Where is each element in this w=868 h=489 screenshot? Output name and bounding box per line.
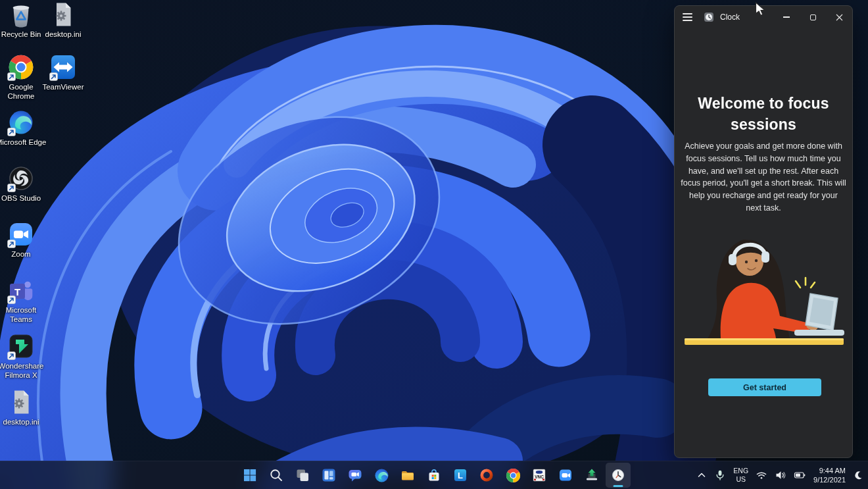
tray-wifi-button[interactable] [756, 469, 767, 481]
chevron-up-icon [696, 470, 707, 480]
desktop-icon-teamviewer[interactable]: TeamViewer [37, 54, 89, 92]
shortcut-arrow-icon [49, 72, 58, 81]
desktop-icon-label: Microsoft Edge [0, 138, 46, 147]
desktop-icon-label: Zoom [11, 250, 30, 259]
close-button[interactable] [826, 6, 852, 28]
task-view-icon [295, 467, 310, 483]
desktop-icon-desktop-ini-2[interactable]: desktop.ini [0, 389, 47, 427]
microsoft-store-icon [426, 467, 442, 483]
tray-chevron-button[interactable] [696, 470, 707, 480]
tray-time: 9:44 AM [819, 467, 846, 475]
shortcut-arrow-icon [7, 72, 16, 81]
tray-clock[interactable]: 9:44 AM 9/12/2021 [813, 466, 846, 485]
mouse-cursor [755, 2, 768, 16]
language-line1: ENG [733, 467, 748, 475]
taskbar-letsview[interactable] [579, 463, 604, 488]
vnc-icon: VNC [531, 467, 547, 483]
battery-icon [794, 469, 806, 481]
desktop-icon-zoom[interactable]: Zoom [0, 221, 47, 259]
volume-icon [775, 469, 786, 481]
chrome-icon [506, 468, 521, 483]
taskbar-chat[interactable] [343, 463, 368, 488]
recycle-bin-icon [8, 1, 34, 28]
taskbar-task-view[interactable] [290, 463, 315, 488]
desktop-icon-desktop-ini-1[interactable]: desktop.ini [37, 1, 89, 39]
shortcut-arrow-icon [7, 128, 16, 136]
desktop-icon-label: TeamViewer [42, 83, 84, 92]
menu-icon[interactable] [675, 6, 700, 28]
clock-window: Clock Welcome to focus sessions Achieve … [674, 5, 853, 458]
taskbar-zoom[interactable] [553, 463, 578, 488]
desktop-screen: Recycle Bin desktop.ini Google Chrome [0, 0, 868, 489]
office-icon [479, 467, 494, 483]
tray-volume-button[interactable] [775, 469, 786, 481]
minimize-button[interactable] [773, 6, 800, 28]
maximize-icon [810, 14, 816, 20]
minimize-icon [783, 16, 790, 17]
tray-focus-assist[interactable] [853, 470, 864, 481]
ini-file-icon [8, 389, 34, 415]
chat-icon [347, 467, 363, 483]
moon-icon [853, 470, 864, 481]
desktop-icon-microsoft-edge[interactable]: Microsoft Edge [0, 109, 47, 147]
taskbar-widgets[interactable] [316, 463, 341, 488]
shortcut-arrow-icon [7, 184, 16, 192]
taskbar-google-chrome[interactable] [500, 463, 525, 488]
close-icon [836, 14, 843, 21]
taskbar-microsoft-edge[interactable] [369, 463, 394, 488]
desktop-icon-label: OBS Studio [1, 194, 41, 203]
search-icon [268, 467, 284, 483]
active-indicator [614, 485, 623, 487]
edge-icon [374, 468, 389, 483]
taskbar-vnc-viewer[interactable]: VNC [527, 463, 552, 488]
focus-sessions-description: Achieve your goals and get more done wit… [681, 140, 846, 215]
desktop-icon-label: Microsoft Teams [0, 306, 47, 324]
focus-sessions-heading: Welcome to focus sessions [681, 93, 846, 135]
desktop-icon-microsoft-teams[interactable]: T Microsoft Teams [0, 277, 47, 324]
focus-illustration [681, 221, 847, 347]
widgets-icon [321, 467, 337, 483]
clock-app-icon [704, 12, 714, 22]
taskbar-file-explorer[interactable] [395, 463, 420, 488]
desktop-icon-filmora-x[interactable]: Wondershare Filmora X [0, 333, 47, 380]
zoom-icon [558, 467, 573, 483]
desktop-icon-label: desktop.ini [45, 30, 82, 39]
taskbar-search[interactable] [264, 463, 289, 488]
shortcut-arrow-icon [7, 240, 16, 248]
maximize-button[interactable] [800, 6, 826, 28]
get-started-button[interactable]: Get started [708, 378, 821, 396]
tray-microphone-button[interactable] [714, 469, 726, 481]
language-line2: US [736, 475, 746, 483]
taskbar-clock-active[interactable] [606, 463, 631, 488]
taskbar-microsoft-office[interactable] [474, 463, 499, 488]
desktop-icon-label: Recycle Bin [1, 30, 41, 39]
taskbar-microsoft-store[interactable] [422, 463, 446, 488]
svg-text:L: L [458, 471, 463, 480]
shortcut-arrow-icon [7, 351, 16, 360]
start-icon [242, 467, 258, 483]
window-title: Clock [720, 13, 740, 22]
svg-text:VNC: VNC [535, 475, 544, 479]
taskbar-ldplayer[interactable]: L [448, 463, 473, 488]
microphone-icon [714, 469, 726, 481]
desktop-icon-label: Wondershare Filmora X [0, 362, 47, 380]
tray-language-switcher[interactable]: ENG US [733, 467, 748, 483]
letsview-icon [584, 467, 600, 483]
system-tray: ENG US [696, 461, 864, 489]
shortcut-arrow-icon [7, 296, 16, 304]
clock-taskbar-icon [610, 467, 626, 483]
taskbar-start[interactable] [237, 463, 262, 488]
ini-file-icon [50, 1, 76, 28]
tray-date: 9/12/2021 [813, 476, 846, 484]
taskbar: L [0, 461, 868, 489]
desktop-icon-obs-studio[interactable]: OBS Studio [0, 165, 47, 203]
ldplayer-icon: L [452, 467, 468, 483]
wifi-icon [756, 469, 767, 481]
file-explorer-icon [400, 467, 416, 483]
tray-battery-button[interactable] [794, 469, 806, 481]
desktop-icon-label: desktop.ini [3, 418, 39, 427]
